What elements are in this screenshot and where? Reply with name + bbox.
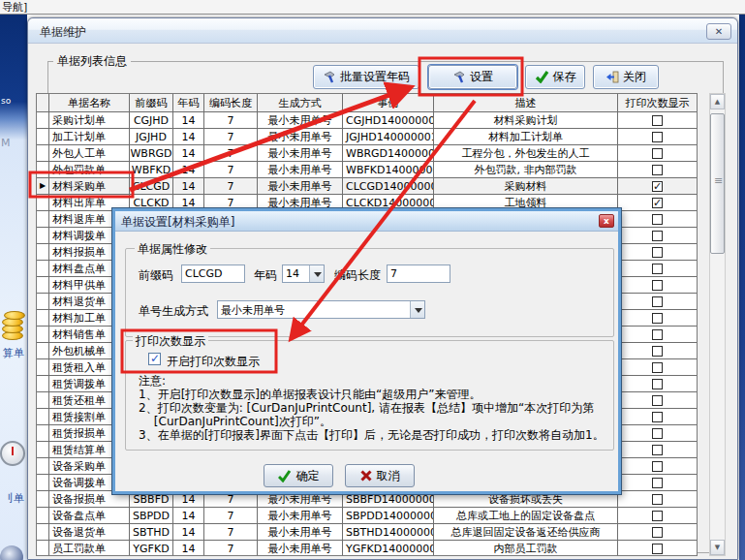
print-count-cell[interactable] <box>618 425 697 441</box>
chevron-down-icon[interactable] <box>309 265 324 282</box>
row-selector-cell[interactable] <box>37 310 49 326</box>
cancel-button[interactable]: 取消 <box>345 464 415 487</box>
print-count-grid-checkbox[interactable] <box>652 296 663 307</box>
table-cell[interactable]: SBTHD <box>130 524 173 540</box>
table-row[interactable]: 外包罚款单WBFKD147最小未用单号WBFKD140000001外包罚款, 非… <box>37 162 697 178</box>
print-count-cell[interactable] <box>618 343 697 358</box>
print-count-grid-checkbox[interactable] <box>652 395 663 406</box>
table-cell[interactable]: SBPDD140000001 <box>343 508 434 523</box>
print-count-grid-checkbox[interactable] <box>652 132 663 142</box>
row-selector-cell[interactable] <box>37 392 49 408</box>
vertical-scrollbar[interactable]: ▲ ▼ <box>709 93 726 556</box>
print-count-cell[interactable] <box>618 178 697 194</box>
print-count-cell[interactable] <box>618 409 697 424</box>
print-count-grid-checkbox[interactable] <box>652 511 663 521</box>
row-selector-cell[interactable] <box>37 327 49 342</box>
column-header[interactable]: 打印次数显示 <box>618 94 697 111</box>
print-count-cell[interactable] <box>618 244 697 260</box>
clock-icon[interactable] <box>0 441 25 466</box>
print-count-cell[interactable] <box>618 162 697 177</box>
length-input[interactable]: 7 <box>387 264 450 283</box>
table-cell[interactable]: 7 <box>204 129 258 144</box>
table-cell[interactable]: CGJHD140000001 <box>343 112 434 128</box>
table-cell[interactable]: 工程分包，外包发生的人工 <box>434 145 618 161</box>
column-header[interactable]: 生成方式 <box>258 94 343 111</box>
settings-button[interactable]: 设置 <box>428 65 517 89</box>
save-button[interactable]: 保存 <box>525 65 585 89</box>
print-count-cell[interactable] <box>618 145 697 161</box>
print-count-cell[interactable] <box>618 442 697 457</box>
table-cell[interactable]: 总库或工地上的固定设备盘点 <box>434 508 618 523</box>
table-cell[interactable]: SBPDD <box>130 508 173 523</box>
column-header[interactable]: 事例 <box>343 94 434 111</box>
chevron-down-icon[interactable] <box>410 301 424 318</box>
row-selector-cell[interactable] <box>37 425 49 441</box>
print-count-grid-checkbox[interactable] <box>652 247 663 258</box>
row-selector-cell[interactable] <box>37 277 49 293</box>
print-count-cell[interactable] <box>618 491 697 507</box>
column-header[interactable]: 前缀码 <box>130 94 173 111</box>
print-count-grid-checkbox[interactable] <box>652 264 663 274</box>
table-cell[interactable]: WBRGD <box>130 145 173 161</box>
table-cell[interactable]: 材料采购计划 <box>434 112 618 128</box>
table-cell[interactable]: YGFKD <box>130 541 173 556</box>
table-cell[interactable]: 设备盘点单 <box>49 508 130 523</box>
column-header[interactable]: 单据名称 <box>49 94 130 111</box>
row-selector-cell[interactable] <box>37 195 49 210</box>
print-count-grid-checkbox[interactable] <box>652 313 663 324</box>
row-selector-cell[interactable] <box>37 491 49 507</box>
table-cell[interactable]: 14 <box>173 508 204 523</box>
table-cell[interactable]: 最小未用单号 <box>258 145 343 161</box>
row-selector-cell[interactable] <box>37 261 49 276</box>
print-count-grid-checkbox[interactable] <box>652 148 663 159</box>
table-cell[interactable]: 采购材料 <box>434 178 618 194</box>
row-selector-cell[interactable] <box>37 228 49 243</box>
scroll-up-button[interactable]: ▲ <box>710 94 725 109</box>
print-count-grid-checkbox[interactable] <box>652 494 663 505</box>
table-cell[interactable]: 采购计划单 <box>49 112 130 128</box>
print-count-checkbox[interactable] <box>148 353 161 365</box>
print-count-cell[interactable] <box>618 327 697 342</box>
table-cell[interactable]: 14 <box>173 129 204 144</box>
print-count-grid-checkbox[interactable] <box>652 115 663 126</box>
row-selector-cell[interactable] <box>37 145 49 161</box>
print-count-cell[interactable] <box>618 195 697 210</box>
row-selector-cell[interactable]: ▶ <box>37 178 49 194</box>
table-cell[interactable]: JGJHD <box>130 129 173 144</box>
row-selector-cell[interactable] <box>37 112 49 128</box>
table-cell[interactable]: 最小未用单号 <box>258 112 343 128</box>
print-count-checkbox-label[interactable]: 开启打印次数显示 <box>167 354 260 370</box>
table-cell[interactable]: 外包罚款单 <box>49 162 130 177</box>
table-cell[interactable]: 最小未用单号 <box>258 162 343 177</box>
table-cell[interactable]: 外包人工单 <box>49 145 130 161</box>
print-count-grid-checkbox[interactable] <box>652 280 663 291</box>
table-row[interactable]: 加工计划单JGJHD147最小未用单号JGJHD140000001材料加工计划单 <box>37 129 697 145</box>
table-cell[interactable]: WBRGD140000001 <box>343 145 434 161</box>
table-cell[interactable]: 材料采购单 <box>49 178 130 194</box>
table-cell[interactable]: 14 <box>173 162 204 177</box>
row-selector-cell[interactable] <box>37 475 49 490</box>
table-cell[interactable]: 14 <box>173 145 204 161</box>
print-count-grid-checkbox[interactable] <box>652 478 663 488</box>
print-count-cell[interactable] <box>618 310 697 326</box>
sidebar-bottom-icon[interactable] <box>0 545 23 560</box>
print-count-cell[interactable] <box>618 294 697 309</box>
table-cell[interactable]: 14 <box>173 524 204 540</box>
table-cell[interactable]: 最小未用单号 <box>258 524 343 540</box>
print-count-grid-checkbox[interactable] <box>652 231 663 241</box>
sidebar-item-label[interactable]: 刂单 <box>3 491 24 506</box>
table-cell[interactable]: 14 <box>173 541 204 556</box>
table-cell[interactable]: 内部员工罚款 <box>434 541 618 556</box>
print-count-grid-checkbox[interactable] <box>652 198 663 208</box>
print-count-grid-checkbox[interactable] <box>652 445 663 455</box>
row-selector-cell[interactable] <box>37 442 49 457</box>
window-titlebar[interactable]: 单据维护 ✕ <box>28 18 737 44</box>
print-count-cell[interactable] <box>618 359 697 375</box>
print-count-grid-checkbox[interactable] <box>652 181 663 192</box>
print-count-cell[interactable] <box>618 129 697 144</box>
coins-icon[interactable] <box>2 310 25 343</box>
print-count-cell[interactable] <box>618 261 697 276</box>
table-cell[interactable]: 设备退货单 <box>49 524 130 540</box>
table-cell[interactable]: 7 <box>204 524 258 540</box>
print-count-grid-checkbox[interactable] <box>652 165 663 175</box>
